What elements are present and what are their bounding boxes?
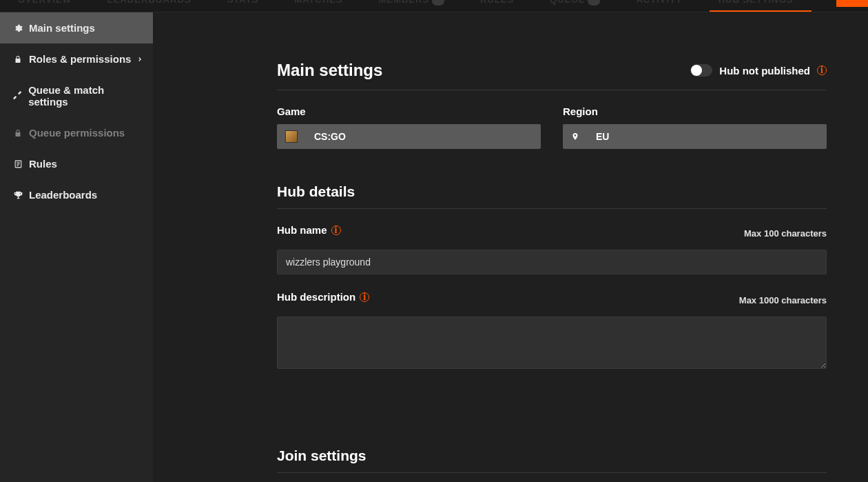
nav-members[interactable]: MEMBERS — [378, 0, 446, 10]
info-icon[interactable]: i — [817, 66, 827, 75]
nav-leaderboards[interactable]: LEADERBOARDS — [106, 0, 193, 10]
page-title: Main settings — [277, 61, 382, 80]
queue-count-badge — [588, 0, 600, 6]
game-icon — [285, 130, 298, 143]
publish-label: Hub not published — [719, 65, 810, 77]
info-icon[interactable]: i — [331, 225, 341, 235]
hub-details-title: Hub details — [277, 183, 827, 209]
nav-activity[interactable]: ACTIVITY — [634, 0, 683, 10]
sidebar-item-label: Leaderboards — [29, 189, 97, 201]
hub-description-input[interactable] — [277, 317, 827, 369]
top-action-button[interactable] — [836, 0, 868, 7]
trophy-icon — [12, 190, 23, 201]
gear-icon — [12, 23, 23, 34]
sidebar-item-leaderboards[interactable]: Leaderboards — [0, 179, 153, 210]
hub-description-label: Hub description i — [277, 291, 369, 303]
nav-stats[interactable]: STATS — [226, 0, 260, 10]
lock-icon — [12, 54, 23, 65]
hub-name-label: Hub name i — [277, 224, 341, 236]
nav-overview[interactable]: OVERVIEW — [17, 0, 73, 10]
nav-hub-settings[interactable]: HUB SETTINGS — [717, 0, 795, 10]
tools-icon — [12, 90, 23, 101]
game-value: CS:GO — [314, 131, 346, 142]
sidebar-item-label: Queue permissions — [29, 127, 125, 139]
region-select[interactable]: EU — [563, 124, 827, 149]
sidebar-item-queue-match-settings[interactable]: Queue & match settings — [0, 74, 153, 117]
nav-matches[interactable]: MATCHES — [293, 0, 344, 10]
hub-name-field: Hub name i Max 100 characters — [277, 224, 827, 274]
publish-toggle[interactable] — [690, 64, 712, 77]
region-value: EU — [596, 131, 609, 142]
hub-description-field: Hub description i Max 1000 characters — [277, 291, 827, 372]
members-count-badge — [432, 0, 444, 6]
sidebar-item-roles-permissions[interactable]: Roles & permissions — [0, 43, 153, 74]
sidebar-item-label: Main settings — [29, 22, 95, 34]
sidebar-item-label: Roles & permissions — [29, 53, 131, 65]
region-label: Region — [563, 106, 827, 117]
game-field: Game CS:GO — [277, 106, 541, 149]
hub-name-max: Max 100 characters — [744, 228, 827, 239]
info-icon[interactable]: i — [360, 292, 369, 302]
nav-queue[interactable]: QUEUE — [548, 0, 601, 10]
document-icon — [12, 159, 23, 170]
publish-toggle-wrap: Hub not published i — [690, 64, 827, 77]
region-field: Region EU — [563, 106, 827, 149]
main-content: Main settings Hub not published i Game C… — [153, 12, 868, 482]
sidebar-item-rules[interactable]: Rules — [0, 148, 153, 179]
top-nav: OVERVIEW LEADERBOARDS STATS MATCHES MEMB… — [0, 0, 868, 12]
chevron-right-icon — [136, 53, 143, 65]
game-label: Game — [277, 106, 541, 117]
sidebar-item-label: Rules — [29, 158, 57, 170]
nav-rules[interactable]: RULES — [479, 0, 515, 10]
hub-description-max: Max 1000 characters — [739, 295, 827, 305]
sidebar-item-label: Queue & match settings — [28, 84, 141, 108]
main-settings-header: Main settings Hub not published i — [277, 61, 827, 90]
toggle-knob — [691, 65, 702, 76]
map-pin-icon — [571, 131, 579, 142]
sidebar: Main settings Roles & permissions Queue … — [0, 12, 153, 482]
hub-name-input[interactable] — [277, 250, 827, 274]
game-select[interactable]: CS:GO — [277, 124, 541, 149]
top-nav-items: OVERVIEW LEADERBOARDS STATS MATCHES MEMB… — [0, 0, 794, 10]
lock-icon — [12, 128, 23, 139]
active-tab-underline — [710, 10, 812, 12]
sidebar-item-main-settings[interactable]: Main settings — [0, 12, 153, 43]
sidebar-item-queue-permissions[interactable]: Queue permissions — [0, 117, 153, 148]
join-settings-title: Join settings — [277, 448, 827, 473]
